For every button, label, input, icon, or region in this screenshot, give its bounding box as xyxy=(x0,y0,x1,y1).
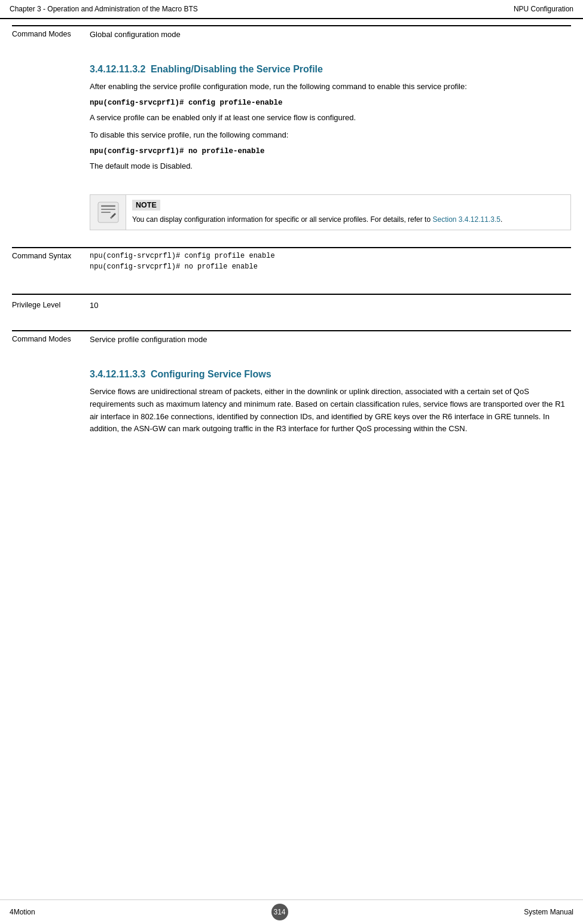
section-2-para1: Service flows are unidirectional stream … xyxy=(90,386,571,435)
bottom-command-modes-label: Command Modes xyxy=(12,330,90,344)
bottom-command-modes-value: Service profile configuration mode xyxy=(90,330,571,344)
command-syntax-label: Command Syntax xyxy=(12,247,90,271)
command-syntax-row: Command Syntax npu(config-srvcprfl)# con… xyxy=(12,247,571,271)
note-content: NOTE You can display configuration infor… xyxy=(126,195,570,230)
bottom-command-modes-row: Command Modes Service profile configurat… xyxy=(12,330,571,344)
section-1-para2: A service profile can be enabled only if… xyxy=(90,112,571,124)
top-command-modes-label: Command Modes xyxy=(12,25,90,39)
header-left: Chapter 3 - Operation and Administration… xyxy=(10,5,198,13)
section-1-number: 3.4.12.11.3.2 xyxy=(90,64,145,74)
page-footer: 4Motion 314 System Manual xyxy=(0,899,583,924)
note-title: NOTE xyxy=(132,200,160,211)
svg-rect-2 xyxy=(101,209,115,210)
footer-left: 4Motion xyxy=(10,908,35,916)
section-1-para3: To disable this service profile, run the… xyxy=(90,129,571,141)
note-link[interactable]: Section 3.4.12.11.3.5 xyxy=(432,215,500,224)
top-command-modes-row: Command Modes Global configuration mode xyxy=(12,25,571,39)
note-link-suffix: . xyxy=(500,215,502,224)
note-pencil-icon xyxy=(97,201,120,224)
command-syntax-value: npu(config-srvcprfl)# config profile ena… xyxy=(90,247,571,271)
section-1-code1: npu(config-srvcprfl)# config profile-ena… xyxy=(90,99,571,107)
privilege-level-label: Privilege Level xyxy=(12,294,90,316)
top-command-modes-value: Global configuration mode xyxy=(90,25,571,39)
footer-right: System Manual xyxy=(524,908,573,916)
section-1-heading: 3.4.12.11.3.2 Enabling/Disabling the Ser… xyxy=(90,64,571,75)
command-syntax-line1: npu(config-srvcprfl)# config profile ena… xyxy=(90,252,571,260)
command-syntax-line2: npu(config-srvcprfl)# no profile enable xyxy=(90,263,571,271)
page-content: Command Modes Global configuration mode … xyxy=(0,19,583,453)
note-text-prefix: You can display configuration informatio… xyxy=(132,215,431,224)
svg-rect-1 xyxy=(101,205,115,207)
section-1-para1: After enabling the service profile confi… xyxy=(90,81,571,93)
note-box: NOTE You can display configuration infor… xyxy=(90,194,571,230)
svg-rect-3 xyxy=(101,212,111,213)
section-2-number: 3.4.12.11.3.3 xyxy=(90,369,145,379)
section-1-code2: npu(config-srvcprfl)# no profile-enable xyxy=(90,147,571,155)
privilege-level-value: 10 xyxy=(90,294,571,316)
header-right: NPU Configuration xyxy=(514,5,573,13)
footer-page-number: 314 xyxy=(271,904,288,920)
note-icon xyxy=(90,195,126,230)
section-2-title: Configuring Service Flows xyxy=(151,369,271,379)
page-header: Chapter 3 - Operation and Administration… xyxy=(0,0,583,19)
section-1-title: Enabling/Disabling the Service Profile xyxy=(151,64,323,74)
note-text: You can display configuration informatio… xyxy=(132,214,564,225)
privilege-level-row: Privilege Level 10 xyxy=(12,294,571,316)
section-1-para4: The default mode is Disabled. xyxy=(90,160,571,172)
section-2-heading: 3.4.12.11.3.3 Configuring Service Flows xyxy=(90,369,571,380)
